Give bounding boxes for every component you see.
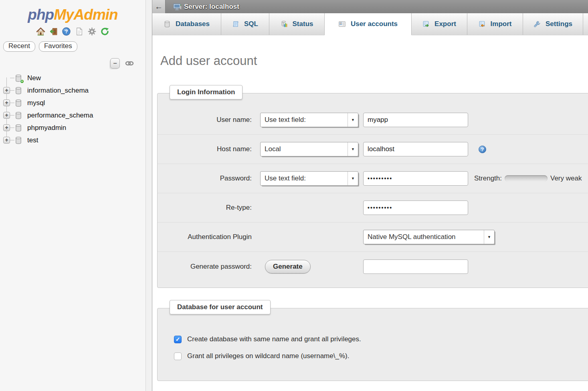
tree-item-mysql[interactable]: mysql	[0, 97, 145, 109]
tab-label: Databases	[176, 20, 210, 28]
hostname-help-icon[interactable]	[479, 146, 486, 153]
logo-php: php	[28, 6, 54, 23]
grant-wildcard-label: Grant all privileges on wildcard name (u…	[187, 352, 349, 360]
password-type-select[interactable]: Use text field:	[260, 171, 358, 186]
import-icon	[479, 20, 486, 28]
strength-label: Strength:	[474, 174, 502, 182]
status-icon	[281, 20, 288, 28]
create-database-label: Create database with same name and grant…	[187, 335, 361, 343]
tree-item-phpmyadmin[interactable]: phpmyadmin	[0, 122, 145, 134]
database-icon	[14, 136, 22, 144]
generate-password-label: Generate password:	[158, 263, 252, 271]
create-database-checkbox[interactable]	[174, 336, 182, 343]
database-icon	[14, 99, 22, 107]
password-input[interactable]	[363, 171, 468, 186]
tab-settings[interactable]: Settings	[523, 13, 583, 35]
home-icon[interactable]	[36, 26, 46, 36]
tree-item-information-schema[interactable]: information_schema	[0, 84, 145, 97]
strength-text: Very weak	[550, 174, 582, 182]
settings-icon[interactable]	[87, 26, 97, 36]
sql-icon	[232, 20, 239, 28]
expand-plus-icon[interactable]	[3, 112, 10, 119]
database-icon	[14, 87, 22, 95]
tree-item-label: information_schema	[27, 87, 89, 95]
chevron-down-icon	[348, 172, 358, 185]
help-icon[interactable]: ?	[62, 26, 71, 36]
recent-button[interactable]: Recent	[3, 41, 35, 52]
select-value: Local	[261, 145, 348, 153]
server-label[interactable]: Server: localhost	[184, 3, 239, 11]
database-icon	[14, 124, 22, 132]
auth-plugin-select[interactable]: Native MySQL authentication	[363, 230, 495, 244]
server-breadcrumb-bar: ← Server: localhost	[152, 0, 588, 13]
create-database-checkbox-row: Create database with same name and grant…	[174, 333, 588, 345]
retype-password-input[interactable]	[363, 201, 468, 215]
back-arrow-icon: ←	[155, 2, 163, 11]
generate-button[interactable]: Generate	[265, 260, 311, 273]
database-tree: + New information_schema mysql	[0, 72, 145, 146]
username-row: User name: Use text field:	[158, 105, 588, 135]
expand-plus-icon[interactable]	[3, 99, 10, 106]
chevron-down-icon	[348, 113, 358, 127]
retype-label: Re-type:	[158, 204, 252, 212]
expand-plus-icon[interactable]	[3, 87, 10, 94]
tree-stub-line	[10, 115, 14, 115]
tree-controls	[0, 58, 145, 69]
tab-label: User accounts	[351, 20, 398, 28]
sidebar-nav-icons: ?	[0, 26, 145, 36]
tab-label: Import	[491, 20, 512, 28]
tab-export[interactable]: Export	[412, 13, 467, 35]
grant-wildcard-checkbox[interactable]	[174, 353, 182, 360]
select-value: Native MySQL authentication	[364, 233, 484, 241]
tab-status[interactable]: Status	[269, 13, 325, 35]
tree-item-performance-schema[interactable]: performance_schema	[0, 109, 145, 122]
phpmyadmin-logo[interactable]: phpMyAdmin	[0, 0, 145, 23]
logout-icon[interactable]	[49, 26, 59, 36]
password-strength: Strength: Very weak	[474, 174, 582, 182]
tab-sql[interactable]: SQL	[221, 13, 269, 35]
tree-item-label: performance_schema	[27, 111, 93, 120]
page-content: Add user account Login Information User …	[152, 35, 588, 391]
hostname-row: Host name: Local	[158, 135, 588, 164]
top-tabs: Databases SQL Status User accounts	[152, 13, 588, 35]
select-value: Use text field:	[261, 174, 348, 182]
tab-databases[interactable]: Databases	[152, 13, 221, 35]
username-input[interactable]	[363, 113, 468, 127]
generate-password-row: Generate password: Generate	[158, 252, 588, 281]
docs-icon[interactable]	[75, 26, 84, 36]
tab-import[interactable]: Import	[467, 13, 523, 35]
auth-plugin-row: Authentication Plugin Native MySQL authe…	[158, 223, 588, 252]
tree-stub-line	[10, 140, 14, 140]
select-value: Use text field:	[261, 116, 348, 124]
tab-user-accounts[interactable]: User accounts	[325, 13, 412, 35]
hostname-type-select[interactable]: Local	[260, 142, 358, 156]
collapse-all-icon[interactable]	[110, 58, 120, 69]
tab-overflow-stub	[583, 13, 588, 35]
link-icon[interactable]	[125, 59, 134, 67]
password-label: Password:	[158, 174, 252, 182]
phpmyadmin-app: phpMyAdmin ? Recent Favorites	[0, 0, 588, 391]
export-icon	[422, 20, 430, 28]
expand-plus-icon[interactable]	[3, 137, 10, 144]
tree-stub-line	[10, 103, 14, 103]
sidebar: phpMyAdmin ? Recent Favorites	[0, 0, 145, 391]
tree-item-test[interactable]: test	[0, 134, 145, 146]
strength-meter	[505, 175, 548, 182]
tree-item-new[interactable]: + New	[0, 72, 145, 84]
sidebar-scrollbar[interactable]	[145, 0, 152, 391]
refresh-icon[interactable]	[100, 26, 110, 36]
database-icon	[14, 111, 22, 120]
logo-myadmin: MyAdmin	[54, 6, 118, 23]
username-type-select[interactable]: Use text field:	[260, 113, 358, 127]
tree-stub-line	[10, 90, 14, 91]
expand-plus-icon[interactable]	[3, 124, 10, 131]
back-button[interactable]: ←	[152, 0, 166, 13]
favorites-button[interactable]: Favorites	[39, 41, 77, 52]
chevron-down-icon	[348, 142, 358, 156]
hostname-label: Host name:	[158, 145, 252, 153]
login-information-fieldset: Login Information User name: Use text fi…	[157, 93, 588, 288]
hostname-input[interactable]	[363, 142, 468, 156]
generated-password-input[interactable]	[363, 259, 468, 274]
retype-row: Re-type:	[158, 193, 588, 223]
wrench-icon	[533, 20, 541, 28]
